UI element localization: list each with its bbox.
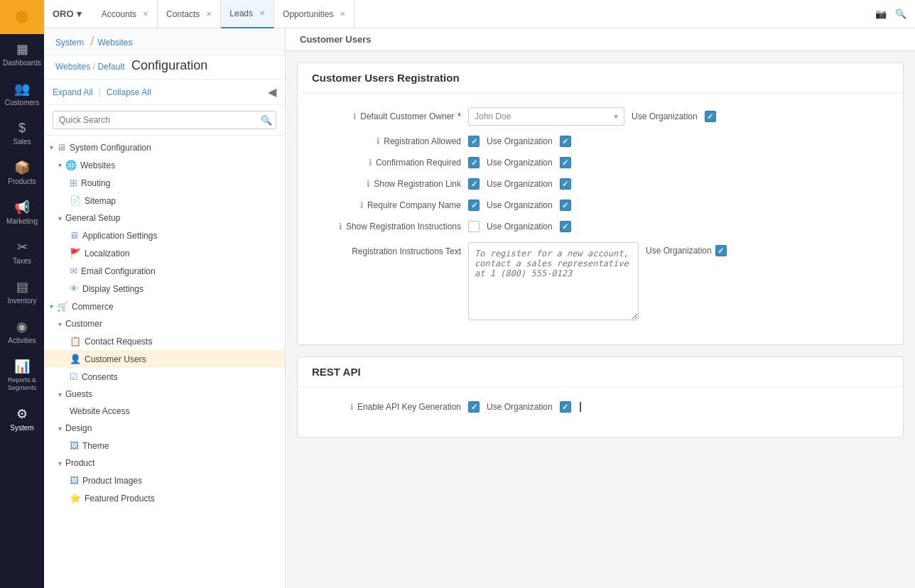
form-label: ℹ Registration Allowed	[312, 136, 461, 146]
tree-item-customer-users[interactable]: 👤 Customer Users	[44, 350, 285, 368]
sidebar-item-label: Customers	[5, 99, 39, 107]
sidebar-item-taxes[interactable]: ✂ Taxes	[0, 232, 44, 272]
sidebar-item-dashboards[interactable]: ▦ Dashboards	[0, 34, 44, 74]
require-company-name-checkbox[interactable]	[468, 200, 480, 211]
nav-tab-opportunities[interactable]: Opportunities ✕	[274, 0, 354, 28]
sidebar-item-label: Products	[8, 178, 36, 185]
nav-tab-accounts[interactable]: Accounts ✕	[93, 0, 158, 28]
sidebar-item-inventory[interactable]: ▤ Inventory	[0, 272, 44, 312]
tree-item-commerce[interactable]: ▾ 🛒 Commerce	[44, 298, 285, 315]
tree-item-product[interactable]: ▾ Product	[44, 454, 285, 472]
info-icon[interactable]: ℹ	[367, 179, 370, 189]
info-icon[interactable]: ℹ	[350, 402, 354, 412]
tree-body: ▾ 🖥 System Configuration ▾ 🌐 Websites ⊞ …	[44, 136, 285, 588]
search-input[interactable]	[53, 111, 276, 129]
chevron-icon: ▾	[58, 459, 62, 467]
form-row-show-registration-link: ℹ Show Registration Link Use Organizatio…	[312, 178, 889, 190]
form-row-registration-allowed: ℹ Registration Allowed Use Organization	[312, 136, 889, 147]
app-dropdown-icon[interactable]: ▾	[77, 9, 82, 19]
sidebar-item-system[interactable]: ⚙ System	[0, 399, 44, 439]
form-row-registration-instructions-text: Registration Instructions Text Use Organ…	[312, 242, 889, 320]
tree-item-consents[interactable]: ☑ Consents	[44, 368, 285, 386]
page-header: Customer Users	[286, 28, 915, 51]
camera-icon[interactable]: 📷	[875, 9, 887, 19]
sidebar-item-sales[interactable]: $ Sales	[0, 114, 44, 153]
tree-item-guests[interactable]: ▾ Guests	[44, 386, 285, 403]
product-images-icon: 🖼	[70, 475, 79, 486]
tree-item-display-settings[interactable]: 👁 Display Settings	[44, 280, 285, 298]
tree-item-system-configuration[interactable]: ▾ 🖥 System Configuration	[44, 138, 285, 156]
use-org-checkbox[interactable]	[705, 111, 716, 122]
info-icon[interactable]: ℹ	[353, 111, 357, 121]
chevron-icon: ▾	[58, 391, 62, 398]
tree-item-general-setup[interactable]: ▾ General Setup	[44, 209, 285, 227]
tree-item-design[interactable]: ▾ Design	[44, 420, 285, 437]
marketing-icon: 📢	[14, 200, 30, 215]
form-label: Registration Instructions Text	[312, 242, 461, 256]
tree-collapse-button[interactable]: ◀	[268, 85, 276, 99]
featured-products-icon: ⭐	[70, 493, 81, 503]
breadcrumb-default[interactable]: Default	[97, 62, 124, 72]
close-opportunities-icon[interactable]: ✕	[340, 10, 345, 18]
sidebar-item-activities[interactable]: ◉ Activities	[0, 312, 44, 352]
close-accounts-icon[interactable]: ✕	[143, 10, 148, 18]
use-org-checkbox[interactable]	[560, 200, 571, 211]
form-label: ℹ Enable API Key Generation	[312, 402, 461, 412]
show-registration-link-checkbox[interactable]	[468, 178, 480, 190]
sidebar-item-products[interactable]: 📦 Products	[0, 153, 44, 192]
sitemap-icon: 📄	[70, 195, 81, 206]
collapse-all-link[interactable]: Collapse All	[107, 87, 151, 97]
tree-item-website-access[interactable]: Website Access	[44, 403, 285, 420]
confirmation-required-checkbox[interactable]	[468, 157, 480, 168]
search-nav-icon[interactable]: 🔍	[895, 9, 906, 19]
nav-tabs: Accounts ✕ Contacts ✕ Leads ✕ Opportunit…	[93, 0, 355, 28]
info-icon[interactable]: ℹ	[369, 158, 372, 168]
registration-instructions-textarea[interactable]	[468, 242, 639, 320]
use-org-checkbox[interactable]	[560, 136, 571, 147]
tree-item-contact-requests[interactable]: 📋 Contact Requests	[44, 332, 285, 350]
breadcrumb-websites2[interactable]: Websites	[55, 62, 90, 72]
use-org-checkbox[interactable]	[560, 401, 571, 413]
nav-tab-contacts[interactable]: Contacts ✕	[158, 0, 221, 28]
tree-item-routing[interactable]: ⊞ Routing	[44, 174, 285, 192]
tree-item-theme[interactable]: 🖼 Theme	[44, 437, 285, 454]
email-icon: ✉	[70, 266, 77, 276]
tree-item-customer[interactable]: ▾ Customer	[44, 315, 285, 332]
tree-item-application-settings[interactable]: 🖥 Application Settings	[44, 227, 285, 244]
info-icon[interactable]: ℹ	[339, 222, 342, 232]
breadcrumb-websites[interactable]: Websites	[97, 38, 132, 48]
use-org-checkbox[interactable]	[715, 245, 727, 256]
tree-item-localization[interactable]: 🚩 Localization	[44, 244, 285, 262]
customer-owner-select[interactable]: John Doe ▾	[468, 107, 624, 126]
registration-allowed-checkbox[interactable]	[468, 136, 480, 147]
sidebar-item-customers[interactable]: 👥 Customers	[0, 74, 44, 114]
expand-all-link[interactable]: Expand All	[53, 87, 93, 97]
use-org-label: Use Organization	[487, 402, 553, 412]
breadcrumb-system[interactable]: System	[55, 38, 84, 48]
form-control: Use Organization	[468, 200, 571, 211]
search-button[interactable]: 🔍	[261, 115, 272, 126]
close-contacts-icon[interactable]: ✕	[206, 10, 212, 18]
tree-item-sitemap[interactable]: 📄 Sitemap	[44, 192, 285, 209]
activities-icon: ◉	[16, 319, 28, 334]
tree-item-featured-products[interactable]: ⭐ Featured Products	[44, 489, 285, 507]
sidebar-item-reports[interactable]: 📊 Reports &Segments	[0, 352, 44, 399]
info-icon[interactable]: ℹ	[377, 136, 380, 146]
enable-api-key-checkbox[interactable]	[468, 401, 480, 413]
cursor	[580, 402, 581, 412]
form-control: Use Organization	[468, 242, 727, 320]
nav-tab-leads[interactable]: Leads ✕	[221, 0, 274, 28]
tree-item-websites[interactable]: ▾ 🌐 Websites	[44, 156, 285, 174]
section-card-rest-api: REST API ℹ Enable API Key Generation Use…	[297, 356, 904, 437]
use-org-checkbox[interactable]	[560, 157, 571, 168]
sidebar-item-marketing[interactable]: 📢 Marketing	[0, 192, 44, 232]
use-org-checkbox[interactable]	[560, 178, 571, 190]
contact-requests-icon: 📋	[70, 336, 81, 347]
show-reg-instructions-checkbox[interactable]	[468, 221, 480, 232]
sidebar-item-label: Reports &Segments	[8, 376, 37, 392]
use-org-checkbox[interactable]	[560, 221, 571, 232]
info-icon[interactable]: ℹ	[360, 200, 364, 210]
tree-item-email-configuration[interactable]: ✉ Email Configuration	[44, 262, 285, 280]
close-leads-icon[interactable]: ✕	[259, 9, 265, 17]
tree-item-product-images[interactable]: 🖼 Product Images	[44, 472, 285, 489]
